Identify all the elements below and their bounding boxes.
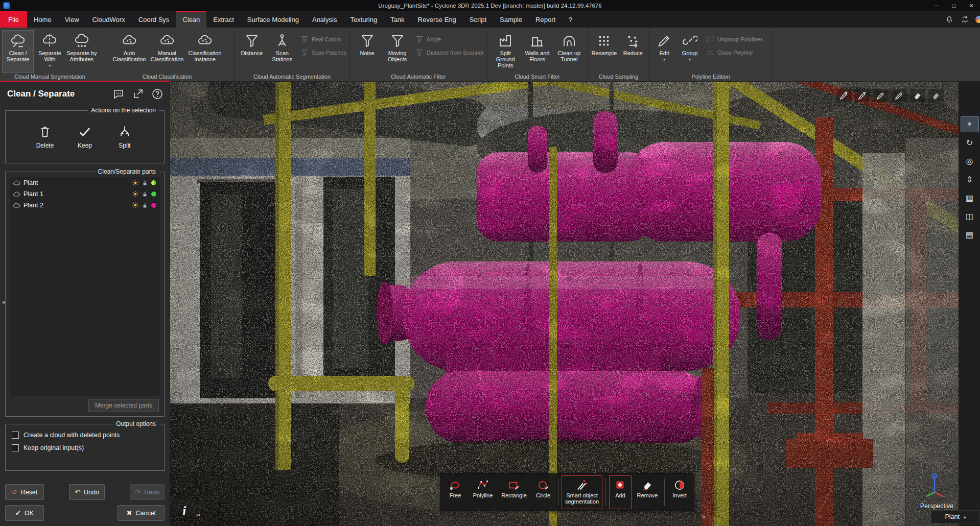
lock-icon[interactable] [142, 191, 148, 198]
visibility-sun-icon[interactable] [132, 202, 139, 209]
menu-analysis[interactable]: Analysis [306, 11, 343, 28]
ribbon-separate-by-attributes-button[interactable]: Separate by Attributes [66, 30, 98, 73]
ribbon-distance-from-scanner-button: Distance from Scanner [415, 49, 484, 57]
tool-view-sheets[interactable]: ▤ [961, 227, 978, 242]
keep-button[interactable]: Keep [69, 125, 101, 149]
menu-coord-sys[interactable]: Coord Sys [132, 11, 176, 28]
maximize-button[interactable]: □ [945, 0, 963, 11]
comments-icon[interactable] [112, 88, 125, 100]
ribbon-auto-classification-button[interactable]: Auto Classification [113, 30, 146, 73]
part-row-plant-2[interactable]: Plant 2 [10, 200, 160, 211]
ribbon-classification-instance-button[interactable]: Classification Instance [189, 30, 221, 73]
undo-button[interactable]: ↶ Undo [69, 484, 105, 500]
split-button[interactable]: Split [109, 125, 141, 149]
menu-reverse-eng[interactable]: Reverse Eng [411, 11, 463, 28]
tool-orbit[interactable]: ↻ [961, 135, 978, 150]
smart-object-segmentation-button[interactable]: Smart object segmentation [562, 475, 602, 509]
menu-view[interactable]: View [58, 11, 86, 28]
minimize-button[interactable]: ─ [928, 0, 945, 11]
tool-view-cube[interactable]: ▦ [961, 190, 978, 205]
cancel-button[interactable]: ✖ Cancel [118, 505, 165, 521]
color-chip[interactable] [151, 180, 157, 186]
invert-selection-button[interactable]: Invert [668, 475, 691, 509]
menu-surface-modeling[interactable]: Surface Modeling [241, 11, 306, 28]
sync-status-icon[interactable] [960, 14, 970, 25]
part-row-plant[interactable]: Plant [10, 177, 160, 188]
menu-tank[interactable]: Tank [384, 11, 411, 28]
ribbon-edit-polyline-button[interactable]: Edit ▾ [652, 30, 676, 73]
tool-look-around[interactable]: ◎ [961, 153, 978, 169]
tool-pan-zoom[interactable]: ⇕ [961, 172, 978, 187]
lock-icon[interactable] [142, 202, 148, 209]
ribbon-group-polyline-button[interactable]: Group ▾ [676, 30, 703, 73]
ribbon-distance-button[interactable]: Distance [237, 30, 267, 73]
pen-tool-icon[interactable] [873, 89, 889, 102]
free-selection-button[interactable]: Free [444, 475, 467, 509]
checkbox-keep-original-inputs[interactable] [12, 444, 19, 451]
help-icon[interactable] [151, 88, 164, 100]
account-avatar-icon[interactable] [975, 15, 980, 23]
eraser-small-icon[interactable] [928, 89, 944, 102]
active-object-button[interactable]: Plant ▴ [931, 510, 980, 523]
menu-clean[interactable]: Clean [176, 11, 206, 28]
pen-tool-alt-icon[interactable] [892, 89, 907, 102]
ribbon-reduce-button[interactable]: Reduce [619, 30, 648, 73]
brush-add-icon[interactable] [836, 89, 852, 102]
panel-collapse-arrow[interactable]: ◄ [0, 296, 7, 307]
menu-help[interactable]: ? [562, 11, 579, 28]
color-chip[interactable] [151, 202, 157, 208]
menu-home[interactable]: Home [27, 11, 58, 28]
reset-button[interactable]: ↺ Reset [5, 484, 44, 500]
add-to-selection-button[interactable]: Add [609, 475, 632, 509]
close-button[interactable]: ✕ [963, 0, 980, 11]
menu-cloudworx[interactable]: CloudWorx [86, 11, 132, 28]
tool-navigate-target[interactable]: ⌖ [961, 116, 978, 132]
ribbon-clean-separate-button[interactable]: Clean / Separate [2, 30, 34, 73]
color-chip[interactable] [151, 191, 157, 197]
ribbon-walls-and-floors-button[interactable]: Walls and Floors [521, 30, 553, 73]
tool-split-view[interactable]: ◫ [961, 208, 978, 224]
export-panel-icon[interactable] [132, 88, 144, 100]
part-row-plant-1[interactable]: Plant 1 [10, 188, 160, 200]
checkbox-row-deleted-points[interactable]: Create a cloud with deleted points [12, 432, 158, 439]
circle-selection-button[interactable]: Circle [531, 475, 555, 509]
distance-icon [244, 33, 260, 49]
visibility-sun-icon[interactable] [132, 190, 139, 198]
visibility-sun-icon[interactable] [132, 179, 139, 186]
delete-button[interactable]: Delete [29, 125, 61, 149]
eraser-large-icon[interactable] [910, 89, 925, 102]
ribbon-noise-button[interactable]: Noise [352, 30, 382, 73]
info-indicator[interactable]: i [182, 504, 186, 519]
brush-remove-icon[interactable] [855, 89, 870, 102]
ribbon-group-cloud-automatic-segmentation: Distance Scan Stations Real Colors Scan … [235, 28, 350, 81]
polyline-selection-button[interactable]: Polyline [469, 475, 497, 509]
rectangle-selection-button[interactable]: Rectangle [499, 475, 529, 509]
notifications-bell-icon[interactable] [944, 14, 954, 25]
checkbox-create-cloud-deleted-points[interactable] [12, 432, 19, 439]
ribbon-resample-button[interactable]: Resample [590, 30, 619, 73]
ok-check-icon: ✔ [15, 509, 21, 517]
ribbon-moving-objects-button[interactable]: Moving Objects [382, 30, 412, 73]
menu-texturing[interactable]: Texturing [343, 11, 384, 28]
ribbon-manual-classification-button[interactable]: Manual Classification [151, 30, 183, 73]
ribbon-cleanup-tunnel-button[interactable]: Clean-up Tunnel [553, 30, 585, 73]
lock-icon[interactable] [142, 180, 148, 186]
menu-sample[interactable]: Sample [493, 11, 529, 28]
ribbon-split-ground-points-button[interactable]: Split Ground Points [489, 30, 521, 73]
toolbar-expand-chevron[interactable]: » [701, 515, 708, 519]
remove-from-selection-button[interactable]: Remove [634, 475, 661, 509]
ribbon-separate-with-button[interactable]: Separate With ▾ [34, 30, 65, 73]
menu-extract[interactable]: Extract [206, 11, 240, 28]
tool-label: Free [450, 492, 461, 498]
ribbon-scan-stations-button[interactable]: Scan Stations [267, 30, 298, 73]
ribbon-group-name: Cloud Sampling [588, 73, 649, 81]
projection-label[interactable]: Perspective [920, 503, 953, 510]
menu-file[interactable]: File [0, 11, 27, 28]
ok-button[interactable]: ✔ OK [5, 505, 44, 521]
menu-report[interactable]: Report [529, 11, 562, 28]
parts-list[interactable]: Plant Plant 1 [10, 177, 160, 396]
viewport-3d[interactable]: ⌖ ↻ ◎ ⇕ ▦ ◫ ▤ Free P [170, 82, 980, 526]
info-expand-chevron[interactable]: » [197, 511, 200, 518]
checkbox-row-keep-original[interactable]: Keep original input(s) [12, 444, 158, 451]
menu-script[interactable]: Script [463, 11, 493, 28]
